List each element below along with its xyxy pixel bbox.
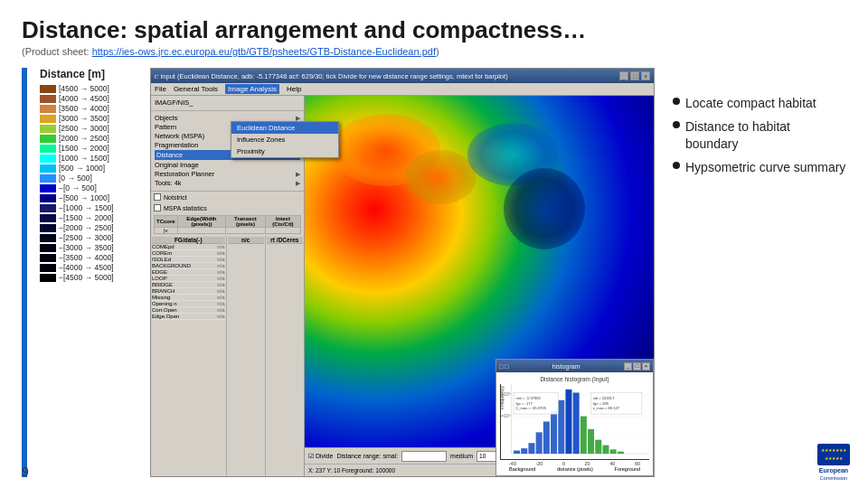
subtitle: (Product sheet: https://ies-ows.jrc.ec.e… (22, 46, 846, 57)
panel-image-nise: IMAGF/NIS_ (151, 96, 304, 111)
hist-chart-title: Distance histogram (Input) (500, 376, 649, 382)
legend-item-10: −[0 → 500] (40, 183, 139, 192)
mspa-col-edgewidth: Edge(Width (pixels)) (177, 216, 225, 228)
svg-rect-13 (558, 400, 564, 454)
col-header-ceres: rt /DCeres (267, 237, 303, 244)
bullet-dot-0 (673, 98, 680, 105)
x-label-distance: distance (pixels) (557, 466, 593, 472)
bullet-item-0: Locate compact habitat (673, 95, 846, 111)
bottom-label-2: ISOLEd (152, 257, 171, 262)
distance-dropdown: Euclidean Distance Influence Zones Proxi… (231, 121, 339, 158)
mspa-checkbox[interactable] (154, 193, 161, 201)
hist-titlebar: □ □ histogram _ □ × (496, 360, 653, 372)
coords-text: X: 237 Y: 10 Foreground: 100000 (308, 467, 395, 474)
svg-rect-7 (514, 451, 520, 455)
gis-screenshot: r: input (Euclidean Distance, adb: -5.17… (150, 68, 655, 477)
bottom-val-5: n/a (217, 276, 224, 281)
hist-bottom-toolbar: ⊞ ⊟ ✕ ⊕ ⊖ (496, 475, 653, 476)
legend-item-0: [4500 → 5000] (40, 84, 139, 93)
bullet-item-2: Hypsometric curve summary (673, 159, 846, 175)
legend-swatch-4 (40, 125, 56, 133)
legend-item-5: [2000 → 2500] (40, 134, 139, 143)
legend-text-17: −[3500 → 4000] (59, 253, 114, 262)
maximize-button[interactable]: □ (630, 71, 639, 80)
bottom-row-1: COREmn/a (152, 250, 225, 257)
bottom-val-10: n/a (217, 307, 224, 313)
fragmentation-label: Fragmentation (155, 141, 198, 149)
legend-item-11: −[500 → 1000] (40, 193, 139, 202)
svg-rect-14 (565, 389, 571, 454)
panel-row-restoration[interactable]: Restoration Planner ▶ (155, 170, 300, 178)
mspa-statistics-row: MSPA statistics (154, 204, 301, 211)
product-sheet-link[interactable]: https://ies-ows.jrc.ec.europa.eu/gtb/GTB… (92, 46, 436, 57)
legend-item-16: −[3000 → 3500] (40, 243, 139, 252)
bottom-row-0: COMEpdn/a (152, 244, 225, 250)
legend-text-14: −[2000 → 2500] (59, 223, 114, 232)
page-container: Distance: spatial arrangement and compac… (0, 0, 868, 488)
svg-text:fgo = -177: fgo = -177 (515, 401, 533, 406)
mspa-col-tccore: TCcore (155, 216, 178, 228)
gis-title-text: r: input (Euclidean Distance, adb: -5.17… (155, 72, 508, 80)
mspa-stats-label: MSPA statistics (164, 205, 207, 211)
minimize-button[interactable]: _ (619, 71, 628, 80)
bottom-col-label: FG/data(-) COMEpdn/aCOREmn/aISOLEdn/aBAC… (151, 236, 227, 476)
bottom-label-5: LOOP (152, 276, 167, 281)
legend-items: [4500 → 5000][4000 → 4500][3500 → 4000][… (40, 84, 139, 282)
mspa-stats-checkbox[interactable] (154, 204, 161, 211)
hist-maximize[interactable]: □ (633, 362, 641, 371)
window-controls: _ □ × (619, 71, 650, 80)
legend-text-16: −[3000 → 3500] (59, 243, 114, 252)
mspa-col-transect: Transect (pixels) (226, 216, 266, 228)
svg-rect-8 (521, 448, 527, 454)
menu-general-tools[interactable]: General Tools (174, 85, 218, 93)
menu-help[interactable]: Help (287, 85, 301, 93)
hist-svg: 1×10⁶ 5×10⁵ (501, 384, 649, 459)
distance-range-label: Distance range: smal: (336, 453, 398, 459)
legend-text-3: [3000 → 3500] (59, 114, 109, 123)
bottom-label-11: Edge.Open (152, 314, 179, 319)
bottom-row-9: Opening nn/a (152, 301, 225, 307)
panel-row-tools[interactable]: Tools: 4k ▶ (155, 179, 300, 187)
col-header-n: n/c (228, 237, 264, 244)
bottom-row-6: BRIDGEn/a (152, 282, 225, 288)
pattern-label: Pattern (155, 123, 176, 131)
network-label: Network (MSPA) (155, 132, 204, 140)
panel-row-original-image[interactable]: Original Image (155, 161, 300, 169)
map-blob-orange (404, 150, 476, 204)
imagenise-label: IMAGF/NIS_ (155, 99, 193, 107)
svg-rect-19 (602, 446, 609, 454)
mspa-val-tccore: |v (155, 228, 178, 234)
dropdown-influence-zones[interactable]: Influence Zones (231, 134, 338, 145)
hist-y-label: Frequency (500, 386, 505, 409)
dropdown-euclidean[interactable]: Euclidean Distance (231, 122, 338, 134)
hist-window-controls: _ □ × (624, 362, 650, 371)
legend-text-15: −[2500 → 3000] (59, 233, 114, 242)
map-blob-darkblue (504, 168, 585, 249)
close-button[interactable]: × (641, 71, 650, 80)
bottom-label-6: BRIDGE (152, 282, 173, 287)
legend-swatch-12 (40, 204, 56, 212)
svg-rect-9 (528, 443, 534, 454)
mspa-val-edgewidth (177, 228, 225, 234)
tools-label: Tools: 4k (155, 179, 182, 187)
menu-image-analysis[interactable]: Image Analysis (225, 84, 279, 94)
svg-rect-20 (610, 449, 617, 454)
mspa-checkbox-label: Notstrict (164, 194, 187, 201)
bullet-dot-2 (673, 162, 680, 169)
left-col-data: COMEpdn/aCOREmn/aISOLEdn/aBACKGROUNDn/aE… (152, 244, 225, 320)
bottom-label-4: EDGE (152, 269, 167, 275)
content-row: Distance [m] [4500 → 5000][4000 → 4500][… (22, 68, 846, 477)
distance-small-input[interactable] (401, 451, 447, 462)
menu-file[interactable]: File (155, 85, 166, 93)
panel-row-imagenise[interactable]: IMAGF/NIS_ (155, 99, 300, 107)
subtitle-prefix: (Product sheet: (22, 46, 92, 57)
hist-close[interactable]: × (642, 362, 650, 371)
dropdown-proximity[interactable]: Proximity (231, 145, 338, 157)
legend-item-2: [3500 → 4000] (40, 104, 139, 113)
legend-text-18: −[4000 → 4500] (59, 263, 114, 272)
svg-rect-21 (618, 452, 624, 454)
bullet-text-1: Distance to habitat boundary (685, 118, 846, 151)
hist-minimize[interactable]: _ (624, 362, 632, 371)
legend-text-8: [500 → 1000] (59, 164, 105, 173)
medium-label: medium (450, 453, 473, 459)
